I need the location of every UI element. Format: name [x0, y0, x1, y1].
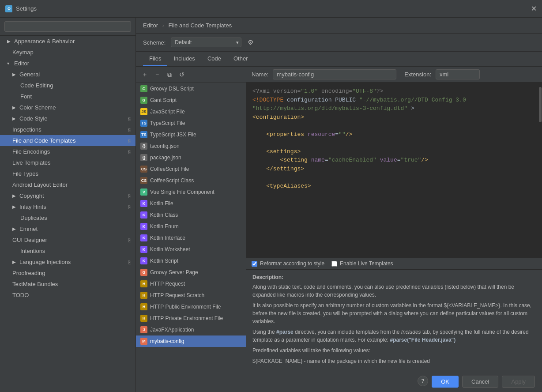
- file-type-icon: H: [140, 315, 147, 322]
- list-item[interactable]: {} tsconfig.json: [136, 140, 246, 152]
- list-item[interactable]: H HTTP Public Environment File: [136, 301, 246, 313]
- titlebar: ⚙ Settings ✕: [0, 0, 542, 18]
- remove-template-button[interactable]: −: [152, 69, 162, 80]
- copy-badge: ⎘: [128, 260, 131, 265]
- scheme-select[interactable]: Default Project: [171, 38, 241, 47]
- file-type-icon: K: [140, 223, 147, 230]
- reformat-checkbox-wrap[interactable]: Reformat according to style: [252, 260, 324, 267]
- sidebar-item-file-types[interactable]: File Types: [0, 168, 136, 179]
- file-type-icon: K: [140, 200, 147, 207]
- tab-includes[interactable]: Includes: [167, 52, 201, 66]
- sidebar-item-todo[interactable]: TODO: [0, 290, 136, 301]
- help-button[interactable]: ?: [418, 376, 428, 386]
- list-item[interactable]: K Kotlin File: [136, 198, 246, 209]
- list-item[interactable]: K Kotlin Script: [136, 255, 246, 267]
- live-templates-label: Enable Live Templates: [340, 260, 393, 267]
- cancel-button[interactable]: Cancel: [462, 376, 498, 388]
- file-item-label: Kotlin Worksheet: [150, 246, 190, 253]
- add-template-button[interactable]: +: [139, 69, 150, 80]
- breadcrumb-sep: ›: [162, 22, 164, 29]
- sidebar-item-label: Code Style: [19, 115, 48, 122]
- editor-panel: Name: Extension: <?xml version="1.0" enc…: [246, 67, 542, 371]
- list-item[interactable]: TS TypeScript JSX File: [136, 129, 246, 140]
- list-item[interactable]: {} package.json: [136, 152, 246, 163]
- list-item[interactable]: CS CoffeeScript Class: [136, 175, 246, 186]
- sidebar-item-language-injections[interactable]: ▶ Language Injections ⎘: [0, 256, 136, 268]
- sidebar-item-file-encodings[interactable]: File Encodings ⎘: [0, 146, 136, 157]
- sidebar-item-android-layout-editor[interactable]: Android Layout Editor: [0, 179, 136, 190]
- sidebar-item-live-templates[interactable]: Live Templates: [0, 157, 136, 168]
- file-item-label: TypeScript JSX File: [150, 132, 196, 138]
- live-templates-checkbox[interactable]: [331, 261, 337, 267]
- list-item[interactable]: G Groovy DSL Script: [136, 83, 246, 94]
- sidebar-item-inspections[interactable]: Inspections ⎘: [0, 124, 136, 135]
- list-item[interactable]: K Kotlin Worksheet: [136, 244, 246, 255]
- list-item[interactable]: K Kotlin Class: [136, 209, 246, 221]
- copy-template-button[interactable]: ⧉: [164, 69, 175, 80]
- template-name-input[interactable]: [273, 69, 396, 79]
- sidebar-item-general[interactable]: ▶ General: [0, 69, 136, 80]
- sidebar-item-gui-designer[interactable]: GUI Designer ⎘: [0, 234, 136, 245]
- list-item[interactable]: V Vue Single File Component: [136, 186, 246, 198]
- code-editor[interactable]: <?xml version="1.0" encoding="UTF-8"?> <…: [246, 83, 538, 257]
- file-item-label: JavaScript File: [150, 109, 185, 115]
- reset-template-button[interactable]: ↺: [177, 69, 187, 80]
- sidebar-item-inlay-hints[interactable]: ▶ Inlay Hints ⎘: [0, 201, 136, 212]
- code-line: "http://mybatis.org/dtd/mybatis-3-config…: [252, 104, 532, 113]
- dialog-title: Settings: [16, 5, 37, 12]
- tab-code[interactable]: Code: [201, 52, 227, 66]
- file-type-icon: M: [140, 338, 147, 345]
- file-item-label: tsconfig.json: [150, 143, 180, 149]
- gear-icon[interactable]: ⚙: [245, 37, 256, 48]
- code-line: <settings>: [252, 147, 532, 156]
- list-item[interactable]: H HTTP Request: [136, 278, 246, 290]
- sidebar-item-font[interactable]: Font: [0, 91, 136, 102]
- tab-files[interactable]: Files: [143, 52, 167, 66]
- sidebar-item-label: TODO: [12, 292, 29, 298]
- ok-button[interactable]: OK: [432, 376, 459, 388]
- list-item[interactable]: K Kotlin Interface: [136, 232, 246, 244]
- file-type-icon: K: [140, 257, 147, 264]
- apply-button[interactable]: Apply: [502, 376, 535, 388]
- list-item[interactable]: K Kotlin Enum: [136, 221, 246, 232]
- search-input[interactable]: [4, 21, 131, 32]
- list-item[interactable]: G Gant Script: [136, 94, 246, 106]
- file-item-label: Groovy Server Page: [150, 269, 198, 275]
- list-item[interactable]: H HTTP Private Environment File: [136, 313, 246, 324]
- tab-other[interactable]: Other: [227, 52, 254, 66]
- reformat-checkbox[interactable]: [252, 261, 257, 267]
- sidebar-item-file-and-code-templates[interactable]: File and Code Templates ⎘: [0, 135, 136, 146]
- list-item[interactable]: G Groovy Server Page: [136, 267, 246, 278]
- breadcrumb: Editor › File and Code Templates: [136, 18, 542, 34]
- sidebar-item-editor[interactable]: ▾ Editor: [0, 58, 136, 69]
- list-item[interactable]: H HTTP Request Scratch: [136, 290, 246, 301]
- list-item[interactable]: CS CoffeeScript File: [136, 163, 246, 175]
- scheme-select-wrap: Default Project: [171, 38, 241, 47]
- sidebar-item-proofreading[interactable]: Proofreading: [0, 268, 136, 279]
- live-templates-checkbox-wrap[interactable]: Enable Live Templates: [331, 260, 393, 267]
- list-item-mybatis[interactable]: M mybatis-config: [136, 335, 246, 347]
- list-item[interactable]: J JavaFXApplication: [136, 324, 246, 335]
- extension-input[interactable]: [436, 69, 480, 79]
- code-scrollbar[interactable]: [538, 83, 542, 257]
- sidebar-item-keymap[interactable]: Keymap: [0, 47, 136, 58]
- sidebar-item-label: General: [19, 71, 40, 78]
- sidebar-item-duplicates[interactable]: Duplicates: [0, 212, 136, 223]
- close-button[interactable]: ✕: [531, 4, 537, 13]
- sidebar-item-emmet[interactable]: ▶ Emmet: [0, 223, 136, 234]
- scheme-label: Scheme:: [143, 39, 166, 46]
- sidebar-item-intentions[interactable]: Intentions: [0, 245, 136, 256]
- file-type-icon: {}: [140, 154, 147, 161]
- code-line: <setting name="cacheEnabled" value="true…: [252, 156, 532, 165]
- sidebar-item-textmate-bundles[interactable]: TextMate Bundles: [0, 279, 136, 290]
- sidebar-item-color-scheme[interactable]: ▶ Color Scheme: [0, 102, 136, 113]
- code-line: [252, 139, 532, 147]
- sidebar-item-code-editing[interactable]: Code Editing: [0, 80, 136, 91]
- list-item[interactable]: TS TypeScript File: [136, 117, 246, 129]
- sidebar-item-copyright[interactable]: ▶ Copyright ⎘: [0, 190, 136, 201]
- sidebar-item-code-style[interactable]: ▶ Code Style ⎘: [0, 113, 136, 124]
- sidebar-item-appearance[interactable]: ▶ Appearance & Behavior: [0, 36, 136, 47]
- chevron-right-icon: ▶: [12, 105, 18, 110]
- list-item[interactable]: JS JavaScript File: [136, 106, 246, 117]
- copy-badge: ⎘: [128, 149, 131, 155]
